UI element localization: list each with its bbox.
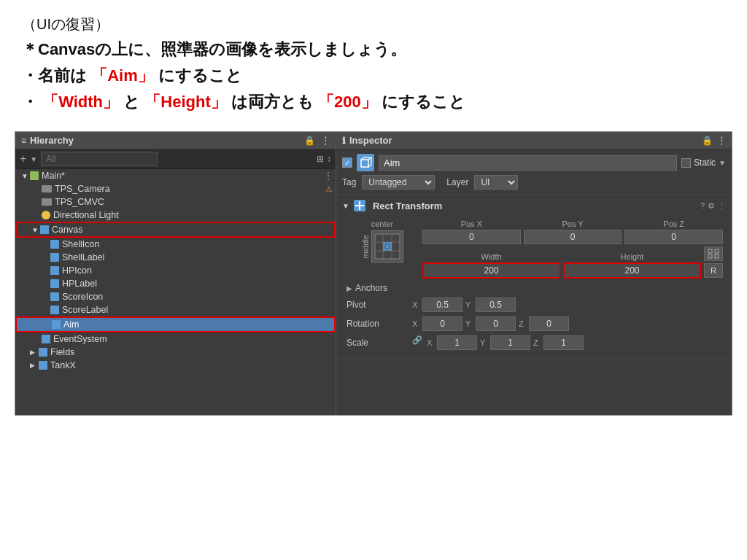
- arrow-button[interactable]: ▼: [30, 155, 37, 163]
- label-tps-camera: TPS_Camera: [55, 184, 110, 194]
- line1-text: （UIの復習）: [22, 16, 109, 32]
- obj-name-row: ✓ Static ▼: [342, 154, 726, 171]
- arrow-canvas: ▼: [31, 226, 40, 234]
- rt-anchor-widget[interactable]: [371, 230, 403, 262]
- lock-icon: 🔒: [304, 136, 315, 146]
- hierarchy-search-bar[interactable]: + ▼ ⊞ ↕: [15, 149, 336, 169]
- search-sort-icon[interactable]: ↕: [327, 154, 331, 164]
- svg-rect-18: [708, 254, 712, 258]
- anchor-svg: [374, 233, 400, 260]
- hierarchy-item-hplabel[interactable]: HPLabel: [15, 277, 336, 290]
- rotation-fields: X Y Z: [412, 316, 721, 331]
- hierarchy-item-main[interactable]: ▼ Main* ⋮: [15, 169, 336, 182]
- rotation-x-label: X: [412, 319, 421, 328]
- rt-pos-row: Pos X Pos Y Pos Z: [422, 219, 723, 244]
- hierarchy-item-tps-camera[interactable]: TPS_Camera ⚠: [15, 182, 336, 195]
- rt-constrain-btn[interactable]: [704, 246, 723, 261]
- unity-editor: ≡ Hierarchy 🔒 ⋮ + ▼ ⊞ ↕ ▼ Main* ⋮: [15, 131, 732, 416]
- rt-r-button[interactable]: R: [704, 263, 723, 278]
- menu-icon-inspector: ⋮: [717, 136, 726, 146]
- hierarchy-item-tps-cmvc[interactable]: TPS_CMVC: [15, 195, 336, 209]
- rotation-z-input[interactable]: [529, 316, 569, 331]
- tag-select[interactable]: Untagged: [362, 175, 435, 190]
- label-aim: Aim: [63, 319, 80, 330]
- pivot-x-label: X: [412, 300, 421, 309]
- rect-transform-body: center middle: [342, 214, 726, 355]
- rt-buttons: R: [704, 246, 723, 278]
- label-hplabel: HPLabel: [62, 279, 97, 289]
- rt-menu-icon[interactable]: ⋮: [718, 201, 726, 211]
- pivot-row: Pivot X Y: [342, 295, 726, 314]
- cube-icon-tankx: [39, 361, 47, 370]
- rt-settings-icon[interactable]: ⚙: [708, 201, 715, 211]
- rect-transform-title: Rect Transform: [373, 201, 442, 211]
- rotation-z-label: Z: [519, 319, 527, 328]
- search-input[interactable]: [41, 152, 158, 166]
- rt-help-icon[interactable]: ?: [700, 201, 705, 211]
- rt-height-input[interactable]: [563, 262, 701, 279]
- hierarchy-item-aim[interactable]: Aim: [15, 316, 336, 332]
- hierarchy-item-scorelabel[interactable]: ScoreLabel: [15, 303, 336, 316]
- cube-icon-scoreicon: [50, 292, 59, 301]
- tag-layer-row: Tag Untagged Layer UI: [342, 175, 726, 190]
- rect-transform-section: ▼ Rect Transform ? ⚙ ⋮ center: [336, 195, 732, 359]
- obj-name-input[interactable]: [379, 155, 677, 171]
- rt-posy-input[interactable]: [524, 230, 622, 244]
- pivot-x-input[interactable]: [422, 298, 462, 312]
- rt-posx-input[interactable]: [422, 230, 521, 244]
- hierarchy-item-tankx[interactable]: ▶ TankX: [15, 359, 336, 372]
- instruction-line4: ・ 「Width」 と 「Height」 は両方とも 「200」 にすること: [22, 91, 725, 113]
- line4-prefix: ・: [22, 93, 38, 111]
- label-fields: Fields: [50, 347, 74, 357]
- search-filter-icon[interactable]: ⊞: [317, 154, 324, 164]
- hierarchy-item-directional-light[interactable]: Directional Light: [15, 209, 336, 222]
- scale-fields: 🔗 X Y Z: [412, 335, 721, 350]
- line4-red2: 「Height」: [144, 93, 226, 111]
- rt-posx-label: Pos X: [422, 219, 521, 228]
- label-main: Main*: [42, 171, 65, 181]
- static-dropdown-arrow[interactable]: ▼: [719, 159, 726, 167]
- rotation-x-input[interactable]: [422, 316, 462, 331]
- layer-select[interactable]: UI: [474, 175, 518, 190]
- scale-z-group: Z: [533, 335, 584, 350]
- hierarchy-item-scoreicon[interactable]: ScoreIcon: [15, 290, 336, 303]
- line2-text: ＊Canvasの上に、照準器の画像を表示しましょう。: [22, 40, 406, 58]
- svg-rect-17: [715, 249, 719, 253]
- hierarchy-item-shellicon[interactable]: ShellIcon: [15, 238, 336, 251]
- arrow-fields: ▶: [30, 349, 39, 356]
- pivot-label: Pivot: [347, 300, 412, 310]
- instruction-line2: ＊Canvasの上に、照準器の画像を表示しましょう。: [22, 39, 725, 61]
- info-icon: ℹ: [342, 136, 346, 146]
- scale-z-input[interactable]: [543, 335, 584, 350]
- hierarchy-item-eventsystem[interactable]: EventSystem: [15, 332, 336, 346]
- rotation-y-group: Y: [465, 316, 516, 331]
- hierarchy-item-hpicon[interactable]: HPIcon: [15, 264, 336, 277]
- rect-transform-header[interactable]: ▼ Rect Transform ? ⚙ ⋮: [342, 198, 726, 214]
- label-canvas: Canvas: [52, 225, 82, 235]
- arrow-tankx: ▶: [30, 362, 39, 369]
- label-shelllabel: ShellLabel: [62, 252, 104, 262]
- inspector-header-icons: 🔒 ⋮: [702, 136, 726, 146]
- rotation-y-input[interactable]: [476, 316, 516, 331]
- scale-label: Scale: [347, 338, 412, 348]
- static-checkbox[interactable]: [681, 158, 691, 168]
- rt-help-icons: ? ⚙ ⋮: [700, 201, 726, 211]
- cube-icon-main: [30, 171, 39, 180]
- add-button[interactable]: +: [20, 152, 26, 166]
- rotation-y-label: Y: [465, 319, 474, 328]
- scale-z-label: Z: [533, 338, 542, 347]
- pivot-y-input[interactable]: [476, 298, 516, 312]
- scale-y-input[interactable]: [490, 335, 530, 350]
- scale-x-label: X: [427, 338, 436, 347]
- hierarchy-item-fields[interactable]: ▶ Fields: [15, 346, 336, 359]
- label-tps-cmvc: TPS_CMVC: [55, 197, 104, 207]
- rt-posz-input[interactable]: [624, 230, 723, 244]
- svg-rect-0: [361, 160, 368, 167]
- overflow-main[interactable]: ⋮: [324, 171, 333, 181]
- rt-width-input[interactable]: [422, 262, 560, 279]
- hierarchy-item-shelllabel[interactable]: ShellLabel: [15, 251, 336, 264]
- obj-active-checkbox[interactable]: ✓: [342, 158, 352, 168]
- search-actions: ⊞ ↕: [317, 154, 331, 164]
- scale-x-input[interactable]: [437, 335, 477, 350]
- hierarchy-item-canvas[interactable]: ▼ Canvas: [15, 222, 336, 238]
